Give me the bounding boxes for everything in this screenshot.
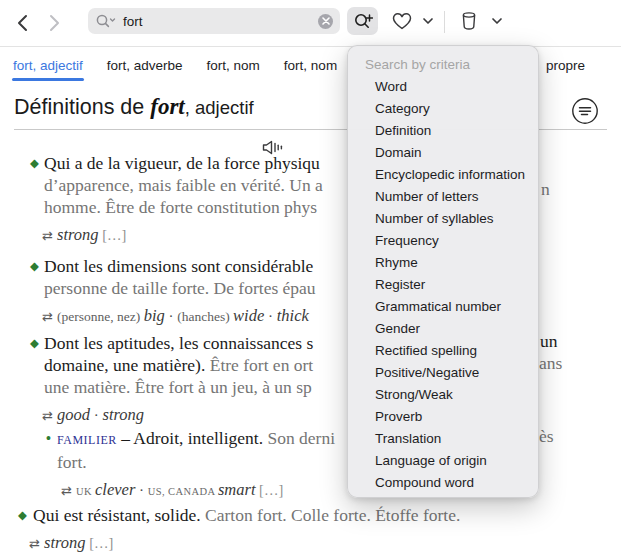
definition-line: Qui est résistant, solide. Carton fort. … [33, 504, 615, 526]
text-segment: Dont les dimensions sont considérable [44, 256, 313, 276]
text-segment: […] [99, 227, 127, 243]
text-segment: wide [233, 306, 264, 325]
criteria-item-strong-weak[interactable]: Strong/Weak [348, 384, 538, 406]
text-segment: clever [95, 480, 135, 499]
criteria-item-language-of-origin[interactable]: Language of origin [348, 450, 538, 472]
text-segment: big [144, 306, 165, 325]
translation-line: ⇄ strong […] [29, 533, 615, 554]
criteria-filter-field[interactable]: Search by criteria [348, 54, 538, 76]
text-segment: domaine, une matière). [44, 355, 205, 375]
text-segment: Qui a de la vigueur, de la force physiqu [44, 153, 320, 173]
text-segment: personne de taille forte. De fortes épau [44, 278, 316, 298]
criteria-item-grammatical-number[interactable]: Grammatical number [348, 296, 538, 318]
view-options-button[interactable] [570, 96, 600, 126]
criteria-item-domain[interactable]: Domain [348, 142, 538, 164]
criteria-item-proverb[interactable]: Proverb [348, 406, 538, 428]
criteria-item-positive-negative[interactable]: Positive/Negative [348, 362, 538, 384]
text-segment: · [264, 308, 277, 324]
clipped-text-fragment: ès [539, 426, 554, 447]
text-segment: ⇄ [42, 309, 57, 324]
criteria-item-rhyme[interactable]: Rhyme [348, 252, 538, 274]
title-category: , adjectif [185, 97, 254, 119]
text-segment: strong [103, 405, 145, 424]
text-segment: Qui est résistant, solide. [33, 505, 201, 525]
text-segment: […] [86, 535, 114, 551]
criteria-item-frequency[interactable]: Frequency [348, 230, 538, 252]
text-segment: d’apparence, mais faible en vérité. Un a [44, 175, 323, 195]
text-segment: good [57, 405, 90, 424]
text-segment: une matière. Être fort à un jeu, à un sp [44, 377, 312, 397]
definition-block: ◆Qui est résistant, solide. Carton fort.… [14, 504, 615, 554]
text-segment: · [135, 482, 148, 498]
text-segment: ⇄ [29, 536, 44, 551]
text-segment: · [90, 407, 103, 423]
sense-bullet-icon: ◆ [30, 156, 39, 170]
criteria-item-rectified-spelling[interactable]: Rectified spelling [348, 340, 538, 362]
text-segment: strong [57, 225, 99, 244]
clipped-text-fragment: n [541, 179, 550, 200]
criteria-list: WordCategoryDefinitionDomainEncyclopedic… [348, 76, 538, 494]
title-prefix: Définitions de [14, 95, 150, 120]
criteria-item-number-of-syllables[interactable]: Number of syllables [348, 208, 538, 230]
text-segment: Dont les aptitudes, les connaissances s [44, 333, 313, 353]
text-segment: Carton fort. Colle forte. Étoffe forte. [201, 505, 461, 525]
text-segment: US, CANADA [148, 486, 218, 497]
criteria-item-encyclopedic-information[interactable]: Encyclopedic information [348, 164, 538, 186]
text-segment: ⇄ [61, 483, 76, 498]
clipped-text-fragment: ans [539, 353, 562, 374]
text-segment: ⇄ [42, 408, 57, 423]
text-segment: · [165, 308, 178, 324]
criteria-item-compound-word[interactable]: Compound word [348, 472, 538, 494]
text-segment: Son derni [263, 428, 335, 448]
sense-bullet-icon: • [46, 430, 51, 446]
text-segment: strong [44, 533, 86, 552]
criteria-item-translation[interactable]: Translation [348, 428, 538, 450]
sense-bullet-icon: ◆ [30, 259, 39, 273]
text-segment: homme. Être de forte constitution phys [44, 197, 317, 217]
criteria-item-register[interactable]: Register [348, 274, 538, 296]
text-segment: fort. [57, 452, 87, 472]
criteria-item-word[interactable]: Word [348, 76, 538, 98]
text-segment: UK [76, 486, 95, 497]
criteria-item-category[interactable]: Category [348, 98, 538, 120]
criteria-item-definition[interactable]: Definition [348, 120, 538, 142]
text-segment: ⇄ [42, 228, 57, 243]
sense-bullet-icon: ◆ [18, 508, 27, 522]
text-segment: FAMILIER [57, 433, 117, 447]
text-segment: thick [277, 306, 309, 325]
text-segment: Être fort en ort [205, 355, 313, 375]
text-segment: smart [218, 480, 256, 499]
text-segment: (personne, nez) [57, 309, 144, 324]
criteria-item-number-of-letters[interactable]: Number of letters [348, 186, 538, 208]
criteria-item-gender[interactable]: Gender [348, 318, 538, 340]
text-segment: […] [255, 482, 283, 498]
text-segment: (hanches) [177, 309, 233, 324]
text-segment: – Adroit, intelligent. [117, 428, 263, 448]
clipped-text-fragment: un [540, 331, 558, 352]
search-criteria-dropdown: Search by criteria WordCategoryDefinitio… [347, 45, 539, 498]
title-headword: fort [150, 94, 185, 120]
sense-bullet-icon: ◆ [30, 336, 39, 350]
